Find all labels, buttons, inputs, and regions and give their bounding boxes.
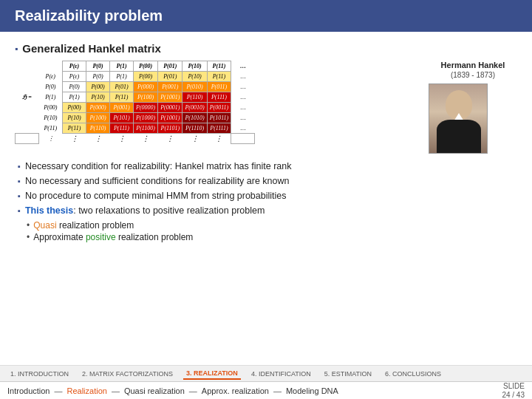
- bullet-finite-rank: Necessary condition for realizability: H…: [15, 161, 517, 171]
- thesis-highlight: This thesis: [25, 205, 73, 216]
- page-title: Realizability problem: [15, 7, 163, 24]
- breadcrumb-approx[interactable]: Approx. realization: [202, 386, 269, 395]
- main-content: Generalized Hankel matrix ℌ = P(ε) P(0) …: [0, 32, 532, 242]
- matrix-container: ℌ = P(ε) P(0) P(1) P(00) P(01) P(10) P(1…: [15, 61, 417, 144]
- person-name: Hermann Hankel: [429, 61, 517, 69]
- breadcrumb-sep1: —: [54, 386, 62, 395]
- matrix-area: ℌ = P(ε) P(0) P(1) P(00) P(01) P(10) P(1…: [15, 61, 517, 154]
- thesis-suffix: : two relaxations to positive realizatio…: [73, 205, 265, 216]
- nav-tab-matrix[interactable]: 2. MATRIX FACTORIZATIONS: [79, 369, 176, 379]
- bullet-no-sufficient: No necessary and sufficient conditions f…: [15, 176, 517, 186]
- slide-label: SLIDE: [502, 382, 525, 391]
- person-info: Hermann Hankel (1839 - 1873): [429, 61, 517, 154]
- approx-prefix: Approximate: [33, 232, 86, 242]
- breadcrumb-sep2: —: [112, 386, 120, 395]
- quasi-highlight: Quasi: [33, 220, 56, 231]
- nav-tab-estimation[interactable]: 5. ESTIMATION: [321, 369, 375, 379]
- nav-tab-conclusions[interactable]: 6. CONCLUSIONS: [382, 369, 444, 379]
- sub-bullet-approx: Approximate positive realization problem: [27, 232, 517, 242]
- breadcrumb-quasi[interactable]: Quasi realization: [124, 386, 185, 395]
- sub-bullets: Quasi realization problem Approximate po…: [27, 220, 517, 242]
- bullet-no-procedure: No procedure to compute minimal HMM from…: [15, 191, 517, 201]
- person-years: (1839 - 1873): [429, 71, 517, 79]
- bottom-bar: 1. INTRODUCTION 2. MATRIX FACTORIZATIONS…: [0, 365, 532, 399]
- breadcrumb-bar: Introduction — Realization — Quasi reali…: [0, 382, 532, 399]
- nav-tab-introduction[interactable]: 1. INTRODUCTION: [7, 369, 72, 379]
- breadcrumb-dna[interactable]: Modeling DNA: [286, 386, 338, 395]
- breadcrumb-introduction[interactable]: Introduction: [7, 386, 50, 395]
- portrait-body: [437, 120, 481, 153]
- nav-tab-realization[interactable]: 3. REALIZATION: [183, 368, 241, 380]
- section1-title: Generalized Hankel matrix: [15, 42, 517, 55]
- page-header: Realizability problem: [0, 0, 532, 32]
- hankel-matrix: ℌ = P(ε) P(0) P(1) P(00) P(01) P(10) P(1…: [15, 61, 255, 144]
- breadcrumb-realization[interactable]: Realization: [66, 386, 106, 395]
- breadcrumb-sep3: —: [189, 386, 197, 395]
- slide-display: 24 / 43: [502, 391, 525, 399]
- nav-tabs: 1. INTRODUCTION 2. MATRIX FACTORIZATIONS…: [0, 366, 532, 382]
- slide-number: SLIDE 24 / 43: [502, 382, 525, 399]
- approx-suffix: realization problem: [116, 232, 194, 242]
- bullet-thesis: This thesis: two relaxations to positive…: [15, 205, 517, 216]
- sub-bullet-quasi: Quasi realization problem: [27, 220, 517, 231]
- approx-highlight: positive: [86, 232, 116, 242]
- quasi-suffix: realization problem: [57, 220, 134, 231]
- nav-tab-identification[interactable]: 4. IDENTIFICATION: [248, 369, 314, 379]
- person-photo: [429, 83, 488, 154]
- breadcrumb-sep4: —: [273, 386, 282, 395]
